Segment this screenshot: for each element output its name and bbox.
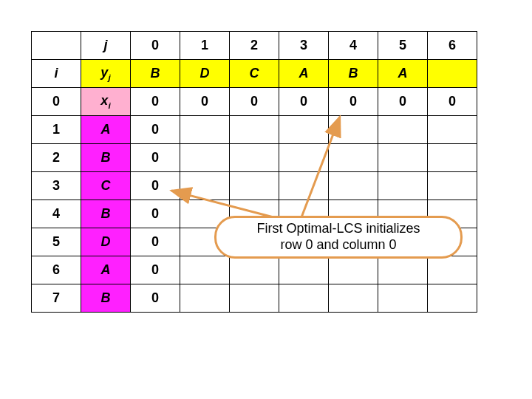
- dp-cell: [378, 116, 428, 144]
- dp-cell: [329, 172, 378, 200]
- j-index: 0: [131, 32, 180, 60]
- dp-cell: [279, 144, 329, 172]
- x-seq-cell: A: [81, 116, 131, 144]
- dp-cell: [230, 284, 279, 313]
- j-index: 1: [180, 32, 230, 60]
- dp-cell: [230, 116, 279, 144]
- dp-cell: 0: [378, 88, 428, 116]
- dp-cell: [329, 284, 378, 313]
- dp-cell: 0: [131, 116, 180, 144]
- dp-cell: [428, 116, 477, 144]
- y-seq-cell: C: [230, 60, 279, 88]
- lcs-table-wrap: j 0 1 2 3 4 5 6 i yj B D C A B A 0 xi 0 …: [31, 31, 477, 313]
- x-seq-cell: D: [81, 228, 131, 256]
- dp-cell: 0: [131, 172, 180, 200]
- y-seq-cell: B: [131, 60, 180, 88]
- dp-cell: [230, 144, 279, 172]
- dp-cell: [180, 144, 230, 172]
- lcs-table: j 0 1 2 3 4 5 6 i yj B D C A B A 0 xi 0 …: [31, 31, 477, 313]
- dp-cell: [180, 284, 230, 313]
- j-index: 2: [230, 32, 279, 60]
- dp-cell: 0: [131, 144, 180, 172]
- i-index: 3: [32, 172, 81, 200]
- dp-cell: 0: [279, 88, 329, 116]
- j-index: 5: [378, 32, 428, 60]
- dp-cell: [378, 144, 428, 172]
- dp-cell: 0: [131, 88, 180, 116]
- yj-label: yj: [81, 60, 131, 88]
- dp-cell: [329, 144, 378, 172]
- dp-cell: [230, 172, 279, 200]
- dp-cell: [428, 256, 477, 284]
- dp-cell: [378, 172, 428, 200]
- y-seq-cell: B: [329, 60, 378, 88]
- x-seq-cell: B: [81, 200, 131, 228]
- y-seq-cell: [428, 60, 477, 88]
- dp-cell: [180, 116, 230, 144]
- i-index: 5: [32, 228, 81, 256]
- i-index: 6: [32, 256, 81, 284]
- dp-cell: [378, 284, 428, 313]
- i-index: 2: [32, 144, 81, 172]
- dp-cell: 0: [131, 228, 180, 256]
- dp-cell: [279, 284, 329, 313]
- dp-cell: 0: [180, 88, 230, 116]
- dp-cell: [180, 256, 230, 284]
- dp-cell: 0: [131, 284, 180, 313]
- j-index: 3: [279, 32, 329, 60]
- dp-cell: [428, 144, 477, 172]
- dp-cell: [279, 116, 329, 144]
- dp-cell: 0: [131, 256, 180, 284]
- y-seq-cell: D: [180, 60, 230, 88]
- dp-cell: 0: [131, 200, 180, 228]
- dp-cell: [329, 116, 378, 144]
- dp-cell: 0: [428, 88, 477, 116]
- x-seq-cell: B: [81, 284, 131, 313]
- i-index: 4: [32, 200, 81, 228]
- callout-line1: First Optimal-LCS initializes: [256, 221, 420, 236]
- dp-cell: [279, 172, 329, 200]
- dp-cell: [180, 172, 230, 200]
- dp-cell: [378, 256, 428, 284]
- x-seq-cell: A: [81, 256, 131, 284]
- x-seq-cell: C: [81, 172, 131, 200]
- j-label: j: [81, 32, 131, 60]
- dp-cell: [279, 256, 329, 284]
- dp-cell: 0: [329, 88, 378, 116]
- i-index: 1: [32, 116, 81, 144]
- y-seq-cell: A: [378, 60, 428, 88]
- dp-cell: [329, 256, 378, 284]
- callout-bubble: First Optimal-LCS initializes row 0 and …: [214, 216, 463, 259]
- corner-blank: [32, 32, 81, 60]
- y-seq-cell: A: [279, 60, 329, 88]
- callout-line2: row 0 and column 0: [280, 237, 396, 252]
- i-index: 7: [32, 284, 81, 313]
- j-index: 4: [329, 32, 378, 60]
- j-index: 6: [428, 32, 477, 60]
- xi-label: xi: [81, 88, 131, 116]
- dp-cell: [230, 256, 279, 284]
- dp-cell: 0: [230, 88, 279, 116]
- dp-cell: [428, 284, 477, 313]
- i-label: i: [32, 60, 81, 88]
- dp-cell: [428, 172, 477, 200]
- i-index: 0: [32, 88, 81, 116]
- x-seq-cell: B: [81, 144, 131, 172]
